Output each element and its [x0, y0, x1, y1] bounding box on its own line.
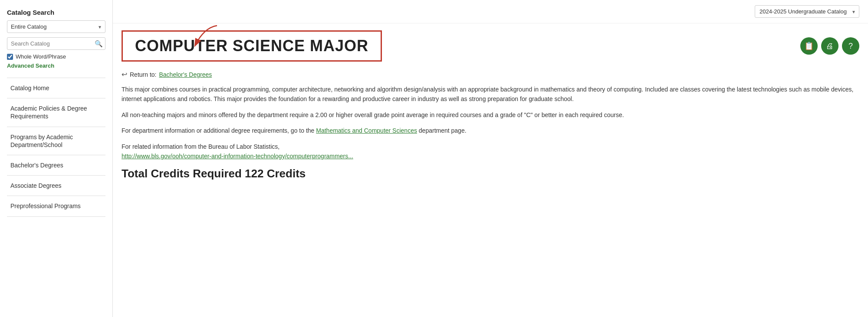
description-paragraph-2: All non-teaching majors and minors offer… [122, 110, 859, 120]
nav-link-programs[interactable]: Programs by Academic Department/School [7, 127, 105, 155]
action-icons: 📋 🖨 ? [800, 30, 859, 62]
return-text: Return to: [130, 71, 156, 78]
print-button[interactable]: 🖨 [821, 37, 838, 55]
copy-icon: 📋 [804, 41, 814, 51]
sidebar: Catalog Search Entire Catalog Courses Pr… [0, 0, 113, 317]
description-3-suffix: department page. [419, 127, 467, 134]
catalog-year-select-wrapper: 2024-2025 Undergraduate Catalog 2023-202… [755, 5, 859, 18]
page-header-area: COMPUTER SCIENCE MAJOR 📋 🖨 ? [113, 23, 868, 66]
catalog-select[interactable]: Entire Catalog Courses Programs [7, 20, 105, 33]
bls-link[interactable]: http://www.bls.gov/ooh/computer-and-info… [122, 151, 859, 161]
total-credits-heading: Total Credits Required 122 Credits [122, 167, 859, 180]
nav-item-associate: Associate Degrees [7, 176, 105, 196]
help-button[interactable]: ? [842, 37, 859, 55]
return-arrow-icon: ↩ [122, 70, 127, 78]
description-4-prefix: For related information from the Bureau … [122, 143, 279, 150]
catalog-year-select[interactable]: 2024-2025 Undergraduate Catalog 2023-202… [755, 5, 859, 18]
description-3-prefix: For department information or additional… [122, 127, 314, 134]
return-link-row: ↩ Return to: Bachelor's Degrees [122, 70, 859, 78]
content-body: ↩ Return to: Bachelor's Degrees This maj… [113, 66, 868, 193]
page-title: COMPUTER SCIENCE MAJOR [135, 37, 368, 55]
whole-word-text: Whole Word/Phrase [16, 53, 66, 60]
search-input[interactable] [7, 37, 105, 50]
main-content: 2024-2025 Undergraduate Catalog 2023-202… [113, 0, 868, 317]
nav-link-associate[interactable]: Associate Degrees [7, 176, 105, 196]
return-link[interactable]: Bachelor's Degrees [159, 71, 212, 78]
nav-item-bachelors: Bachelor's Degrees [7, 155, 105, 176]
nav-item-academic-policies: Academic Policies & Degree Requirements [7, 98, 105, 127]
nav-link-catalog-home[interactable]: Catalog Home [7, 78, 105, 98]
whole-word-checkbox[interactable] [7, 54, 13, 60]
page-title-box: COMPUTER SCIENCE MAJOR [122, 30, 382, 62]
description-paragraph-3: For department information or additional… [122, 126, 859, 135]
nav-item-programs: Programs by Academic Department/School [7, 127, 105, 155]
nav-item-preprofessional: Preprofessional Programs [7, 196, 105, 216]
math-cs-link[interactable]: Mathematics and Computer Sciences [316, 127, 417, 134]
advanced-search-link[interactable]: Advanced Search [7, 62, 105, 69]
nav-link-preprofessional[interactable]: Preprofessional Programs [7, 196, 105, 216]
search-wrapper: 🔍 [7, 37, 105, 50]
top-bar: 2024-2025 Undergraduate Catalog 2023-202… [113, 0, 868, 23]
print-icon: 🖨 [826, 42, 834, 51]
description-paragraph-1: This major combines courses in practical… [122, 85, 859, 104]
copy-button[interactable]: 📋 [800, 37, 818, 55]
catalog-select-wrapper: Entire Catalog Courses Programs ▼ [7, 20, 105, 33]
search-button[interactable]: 🔍 [95, 40, 103, 48]
nav-item-catalog-home: Catalog Home [7, 78, 105, 98]
nav-list: Catalog Home Academic Policies & Degree … [7, 78, 105, 217]
whole-word-label[interactable]: Whole Word/Phrase [7, 53, 105, 60]
nav-link-bachelors[interactable]: Bachelor's Degrees [7, 155, 105, 175]
sidebar-title: Catalog Search [7, 9, 105, 16]
description-paragraph-4: For related information from the Bureau … [122, 142, 859, 161]
help-icon: ? [848, 42, 853, 51]
nav-link-academic-policies[interactable]: Academic Policies & Degree Requirements [7, 98, 105, 126]
